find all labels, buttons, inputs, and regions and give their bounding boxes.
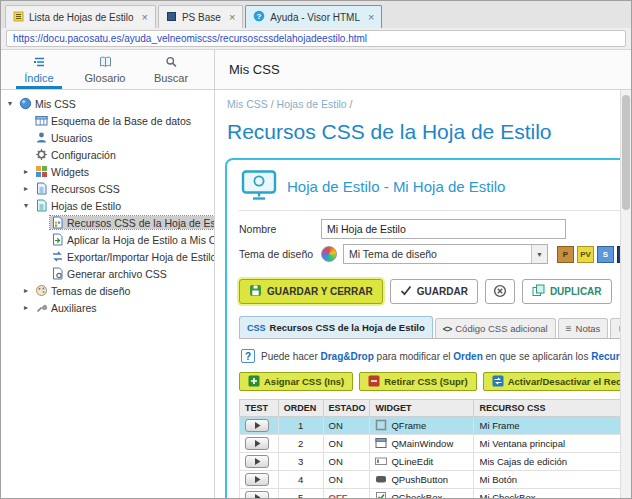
- table-row[interactable]: 2 ON QMainWindow Mi Ventana principal: [240, 435, 632, 453]
- qframe-icon: [375, 419, 387, 433]
- nav-tab-label: Índice: [24, 72, 53, 84]
- window-tab-bar: Lista de Hojas de Estilo × PS Base × ? A…: [1, 1, 631, 28]
- tab-ps-base[interactable]: PS Base ×: [158, 5, 243, 28]
- recursos-css-table: TEST ORDEN ESTADO WIDGET RECURSO CSS 1 O…: [239, 399, 631, 498]
- expand-arrow-icon[interactable]: ▸: [21, 286, 31, 295]
- expand-arrow-icon[interactable]: ▸: [21, 303, 31, 312]
- stylesheet-form-panel: Hoja de Estilo - Mi Hoja de Estilo Nombr…: [225, 158, 631, 498]
- table-row[interactable]: 1 ON QFrame Mi Frame: [240, 417, 632, 435]
- test-play-button[interactable]: [245, 419, 269, 432]
- tab-glosario[interactable]: Glosario: [73, 50, 137, 89]
- col-estado[interactable]: ESTADO: [323, 400, 370, 417]
- tree-item-usuarios[interactable]: Usuarios: [1, 129, 214, 146]
- col-test[interactable]: TEST: [240, 400, 279, 417]
- test-play-button[interactable]: [245, 455, 269, 468]
- tree-item-widgets[interactable]: ▸ Widgets: [1, 163, 214, 180]
- stylesheet-icon: [35, 199, 48, 212]
- test-play-button[interactable]: [245, 491, 269, 498]
- tree-item-label: Configuración: [51, 149, 116, 161]
- close-tab-icon[interactable]: ×: [229, 12, 235, 23]
- tree-item-temas-de-diseno[interactable]: ▸ Temas de diseño: [1, 282, 214, 299]
- theme-swatch-p[interactable]: P: [557, 246, 574, 263]
- asignar-css-button[interactable]: Asignar CSS (Ins): [239, 372, 353, 391]
- scrollbar-thumb[interactable]: [622, 95, 630, 210]
- tab-codigo-css-adicional[interactable]: <> Código CSS adicional: [435, 318, 556, 338]
- chevron-down-icon[interactable]: ▼: [531, 245, 547, 263]
- cell-orden: 4: [278, 471, 323, 489]
- gear-icon: [35, 148, 48, 161]
- expand-arrow-icon[interactable]: ▸: [21, 184, 31, 193]
- nombre-field[interactable]: Mi Hoja de Estilo: [321, 219, 566, 239]
- tree-item-label: Exportar/Importar Hoja de Estilo: [67, 251, 215, 263]
- panel-header: Hoja de Estilo - Mi Hoja de Estilo: [239, 168, 631, 211]
- theme-swatch-s[interactable]: S: [597, 246, 614, 263]
- save-icon: [249, 284, 262, 299]
- question-icon: ?: [241, 349, 255, 363]
- tree-item-recursos-css-hoja[interactable]: Recursos CSS de la Hoja de Estilo: [1, 214, 214, 231]
- tab-indice[interactable]: Índice: [7, 50, 71, 89]
- check-icon: [400, 285, 412, 298]
- cancel-button[interactable]: [485, 279, 515, 304]
- tree-item-auxiliares[interactable]: ▸ Auxiliares: [1, 299, 214, 316]
- breadcrumb-link[interactable]: Hojas de Estilo: [277, 98, 347, 110]
- css-resources-icon: [51, 216, 64, 229]
- tree-item-label: Auxiliares: [51, 302, 97, 314]
- duplicate-icon: [532, 284, 545, 299]
- tab-buscar[interactable]: Buscar: [139, 50, 203, 89]
- widgets-icon: [35, 165, 48, 178]
- table-header-row: TEST ORDEN ESTADO WIDGET RECURSO CSS: [240, 400, 632, 417]
- collapse-arrow-icon[interactable]: ▾: [5, 99, 15, 108]
- guardar-y-cerrar-button[interactable]: GUARDAR Y CERRAR: [239, 279, 383, 304]
- notes-lines-icon: ≡: [566, 323, 572, 334]
- tree-item-esquema[interactable]: Esquema de la Base de datos: [1, 112, 214, 129]
- tree-item-exportar-importar[interactable]: Exportar/Importar Hoja de Estilo: [1, 248, 214, 265]
- tree-item-mis-css[interactable]: ▾ Mis CSS: [1, 95, 214, 112]
- tree-item-configuracion[interactable]: Configuración: [1, 146, 214, 163]
- guardar-button[interactable]: GUARDAR: [390, 279, 478, 304]
- retirar-css-button[interactable]: Retirar CSS (Supr): [359, 372, 476, 391]
- expand-arrow-icon[interactable]: ▸: [21, 167, 31, 176]
- tab-ayuda-visor-html[interactable]: ? Ayuda - Visor HTML ×: [245, 5, 382, 28]
- test-play-button[interactable]: [245, 437, 269, 450]
- nombre-label: Nombre: [239, 223, 321, 235]
- tema-select[interactable]: Mi Tema de diseño ▼: [343, 244, 548, 264]
- url-field[interactable]: https://docu.pacosatu.es/ayuda_velneomis…: [6, 30, 626, 47]
- table-row[interactable]: 3 ON QLineEdit Mis Cajas de edición: [240, 453, 632, 471]
- panel-tab-label: Código CSS adicional: [455, 323, 547, 334]
- tree-item-hojas-de-estilo[interactable]: ▾ Hojas de Estilo: [1, 197, 214, 214]
- button-label: Asignar CSS (Ins): [264, 376, 344, 387]
- svg-text:?: ?: [257, 12, 262, 21]
- col-orden[interactable]: ORDEN: [278, 400, 323, 417]
- tree-item-label: Generar archivo CSS: [67, 268, 167, 280]
- tree-item-recursos-css[interactable]: ▸ Recursos CSS: [1, 180, 214, 197]
- tab-lista-de-hojas-de-estilo[interactable]: Lista de Hojas de Estilo ×: [5, 5, 156, 28]
- col-widget[interactable]: WIDGET: [370, 400, 474, 417]
- export-import-icon: [51, 250, 64, 263]
- list-button-row: Asignar CSS (Ins) Retirar CSS (Supr) Act…: [239, 372, 631, 391]
- tab-notas[interactable]: ≡ Notas: [558, 318, 609, 338]
- page-title: Recursos CSS de la Hoja de Estilo: [227, 120, 631, 144]
- tab-recursos-css[interactable]: CSS Recursos CSS de la Hoja de Estilo: [239, 316, 433, 338]
- test-play-button[interactable]: [245, 473, 269, 486]
- activar-desactivar-button[interactable]: Activar/Desactivar el Recurso CS: [483, 372, 631, 391]
- cell-recurso: Mi Ventana principal: [474, 435, 631, 453]
- breadcrumb-link[interactable]: Mis CSS: [227, 98, 268, 110]
- table-row[interactable]: 5 OFF QCheckBox Mi CheckBox: [240, 489, 632, 499]
- col-recurso[interactable]: RECURSO CSS: [474, 400, 631, 417]
- button-label: GUARDAR Y CERRAR: [267, 286, 373, 297]
- cell-estado: ON: [323, 435, 370, 453]
- collapse-arrow-icon[interactable]: ▾: [21, 201, 31, 210]
- hint-text: Puede hacer Drag&Drop para modificar el …: [261, 351, 631, 362]
- panel-title: Hoja de Estilo - Mi Hoja de Estilo: [287, 178, 505, 195]
- monitor-icon: [241, 170, 277, 202]
- nav-tab-label: Buscar: [154, 72, 188, 84]
- vertical-scrollbar[interactable]: [620, 90, 631, 498]
- duplicar-button[interactable]: DUPLICAR: [522, 279, 612, 304]
- close-tab-icon[interactable]: ×: [368, 12, 374, 23]
- close-tab-icon[interactable]: ×: [142, 12, 148, 23]
- tree-item-generar-css[interactable]: Generar archivo CSS: [1, 265, 214, 282]
- table-row[interactable]: 4 ON QPushButton Mi Botón: [240, 471, 632, 489]
- drag-drop-hint: ? Puede hacer Drag&Drop para modificar e…: [241, 349, 631, 363]
- theme-swatch-pv[interactable]: PV: [577, 246, 594, 263]
- tree-item-aplicar-hoja[interactable]: Aplicar la Hoja de Estilo a Mis CSS: [1, 231, 214, 248]
